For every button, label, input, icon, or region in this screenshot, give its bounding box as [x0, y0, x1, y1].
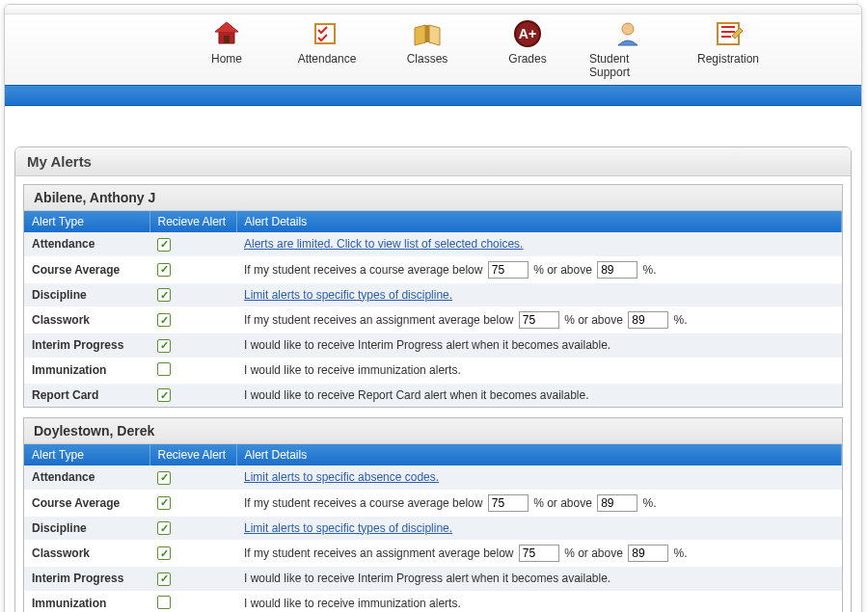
- checkbox-course-average[interactable]: [157, 263, 171, 277]
- table-row: Discipline Limit alerts to specific type…: [24, 517, 842, 541]
- nav-attendance[interactable]: Attendance: [288, 18, 366, 79]
- registration-icon: [713, 18, 744, 49]
- row-label: Classwork: [24, 540, 149, 567]
- student-block: Doylestown, Derek Alert Type Recieve Ale…: [23, 417, 843, 612]
- input-above-percent[interactable]: [628, 545, 668, 562]
- nav-student-support[interactable]: Student Support: [589, 18, 666, 79]
- classwork-detail: If my student receives an assignment ave…: [236, 306, 842, 333]
- attendance-link[interactable]: Limit alerts to specific absence codes.: [244, 470, 439, 484]
- immunization-detail: I would like to receive immunization ale…: [236, 358, 842, 384]
- spacer: [5, 106, 861, 146]
- course-average-detail: If my student receives a course average …: [236, 256, 842, 283]
- row-label: Attendance: [24, 232, 149, 256]
- interim-detail: I would like to receive Interim Progress…: [236, 567, 842, 591]
- checkbox-interim[interactable]: [157, 572, 171, 586]
- top-nav: Home Attendance Classes A+ Grades Studen…: [5, 14, 861, 85]
- student-block: Abilene, Anthony J Alert Type Recieve Al…: [23, 184, 843, 408]
- col-alert-type: Alert Type: [24, 444, 149, 466]
- checkbox-reportcard[interactable]: [157, 388, 171, 402]
- checkbox-classwork[interactable]: [157, 313, 171, 327]
- alerts-table: Alert Type Recieve Alert Alert Details A…: [24, 444, 842, 612]
- nav-label: Grades: [508, 52, 546, 66]
- discipline-link[interactable]: Limit alerts to specific types of discip…: [244, 288, 452, 302]
- svg-rect-3: [315, 24, 335, 43]
- table-row: Course Average If my student receives a …: [24, 256, 842, 283]
- row-label: Course Average: [24, 256, 149, 283]
- checkbox-immunization[interactable]: [157, 362, 171, 376]
- nav-registration[interactable]: Registration: [690, 18, 767, 79]
- interim-detail: I would like to receive Interim Progress…: [236, 333, 842, 358]
- col-receive-alert: Recieve Alert: [149, 211, 236, 232]
- svg-rect-4: [425, 25, 429, 42]
- student-name: Abilene, Anthony J: [24, 185, 842, 211]
- table-header-row: Alert Type Recieve Alert Alert Details: [24, 444, 842, 466]
- col-alert-type: Alert Type: [24, 211, 149, 232]
- input-below-percent[interactable]: [488, 261, 529, 279]
- reportcard-detail: I would like to receive Report Card aler…: [236, 384, 842, 408]
- checkbox-attendance[interactable]: [157, 238, 171, 252]
- attendance-link[interactable]: Alerts are limited. Click to view list o…: [244, 237, 523, 251]
- table-row: Course Average If my student receives a …: [24, 490, 842, 517]
- text-segment: % or above: [561, 546, 626, 560]
- table-row: Interim Progress I would like to receive…: [24, 333, 842, 358]
- row-label: Classwork: [24, 306, 149, 333]
- table-row: Interim Progress I would like to receive…: [24, 567, 842, 591]
- row-label: Course Average: [24, 490, 149, 517]
- row-label: Immunization: [24, 358, 149, 384]
- table-row: Discipline Limit alerts to specific type…: [24, 283, 842, 307]
- classwork-detail: If my student receives an assignment ave…: [236, 540, 842, 567]
- row-label: Discipline: [24, 283, 149, 307]
- checkbox-discipline[interactable]: [157, 521, 171, 535]
- immunization-detail: I would like to receive immunization ale…: [236, 591, 842, 613]
- row-label: Attendance: [24, 466, 149, 490]
- input-below-percent[interactable]: [488, 494, 529, 512]
- table-row: Immunization I would like to receive imm…: [24, 358, 842, 384]
- my-alerts-panel: My Alerts Abilene, Anthony J Alert Type …: [14, 146, 852, 612]
- nav-label: Classes: [407, 52, 448, 66]
- checkbox-interim[interactable]: [157, 339, 171, 353]
- checkbox-discipline[interactable]: [157, 288, 171, 302]
- nav-label: Registration: [697, 52, 759, 66]
- col-receive-alert: Recieve Alert: [149, 444, 236, 466]
- text-segment: If my student receives a course average …: [244, 263, 486, 277]
- table-row: Attendance Limit alerts to specific abse…: [24, 466, 842, 490]
- classes-icon: [412, 18, 443, 49]
- nav-grades[interactable]: A+ Grades: [489, 18, 566, 79]
- input-below-percent[interactable]: [519, 311, 559, 329]
- nav-classes[interactable]: Classes: [389, 18, 466, 79]
- row-label: Interim Progress: [24, 567, 149, 591]
- nav-label: Home: [211, 52, 242, 66]
- input-above-percent[interactable]: [628, 311, 668, 329]
- app-window: Home Attendance Classes A+ Grades Studen…: [4, 4, 862, 612]
- student-name: Doylestown, Derek: [24, 418, 842, 444]
- row-label: Interim Progress: [24, 333, 149, 358]
- checkbox-attendance[interactable]: [157, 471, 171, 485]
- checkbox-course-average[interactable]: [157, 496, 171, 510]
- nav-home[interactable]: Home: [188, 18, 265, 79]
- window-top-cap: [5, 5, 861, 14]
- input-below-percent[interactable]: [519, 545, 559, 562]
- row-label: Immunization: [24, 591, 149, 613]
- nav-label: Attendance: [298, 52, 357, 66]
- text-segment: %.: [639, 496, 656, 510]
- text-segment: % or above: [530, 496, 595, 510]
- table-row: Classwork If my student receives an assi…: [24, 540, 842, 567]
- discipline-link[interactable]: Limit alerts to specific types of discip…: [244, 521, 452, 535]
- input-above-percent[interactable]: [597, 494, 637, 512]
- table-header-row: Alert Type Recieve Alert Alert Details: [24, 211, 842, 232]
- checkbox-immunization[interactable]: [157, 596, 171, 609]
- student-support-icon: [612, 18, 643, 49]
- table-row: Report Card I would like to receive Repo…: [24, 384, 842, 408]
- col-alert-details: Alert Details: [236, 211, 842, 232]
- text-segment: %.: [670, 546, 687, 560]
- col-alert-details: Alert Details: [236, 444, 842, 466]
- text-segment: If my student receives an assignment ave…: [244, 313, 517, 327]
- row-label: Discipline: [24, 517, 149, 541]
- text-segment: %.: [639, 263, 656, 277]
- checkbox-classwork[interactable]: [157, 546, 171, 560]
- text-segment: % or above: [561, 313, 626, 327]
- input-above-percent[interactable]: [597, 261, 637, 279]
- svg-text:A+: A+: [519, 26, 536, 41]
- alerts-table: Alert Type Recieve Alert Alert Details A…: [24, 211, 842, 407]
- grades-icon: A+: [512, 18, 543, 49]
